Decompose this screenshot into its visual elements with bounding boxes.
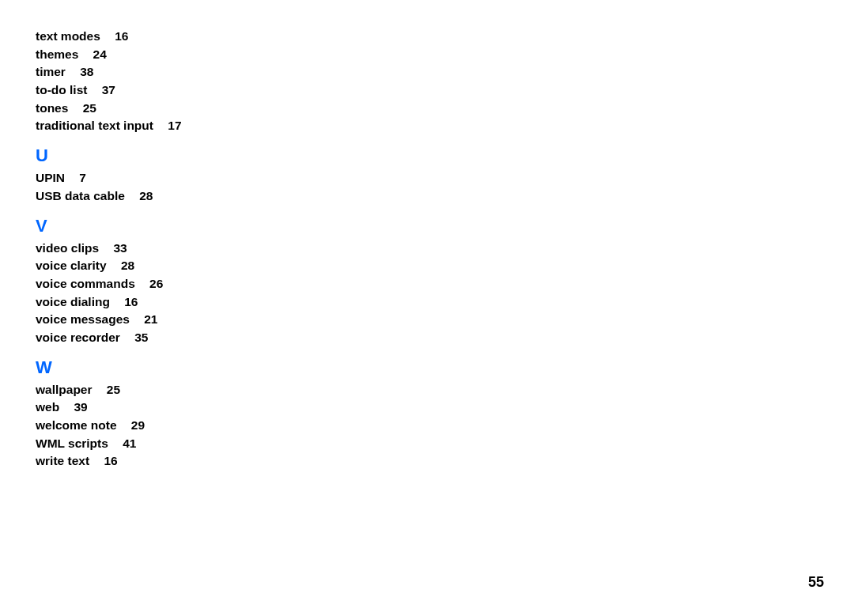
index-page: 25 <box>107 383 120 396</box>
index-entry: voice recorder 35 <box>36 329 352 346</box>
index-page: 41 <box>123 436 136 450</box>
index-page: 16 <box>115 29 128 43</box>
index-content: text modes 16 themes 24 timer 38 to-do l… <box>36 28 352 470</box>
index-entry: tones 25 <box>36 100 352 117</box>
index-page: 39 <box>74 400 87 414</box>
index-entry: voice messages 21 <box>36 311 352 328</box>
index-page: 29 <box>131 418 145 432</box>
index-term: video clips <box>36 241 99 255</box>
index-entry: voice commands 26 <box>36 275 352 293</box>
index-entry: timer 38 <box>36 63 352 81</box>
index-term: voice commands <box>36 277 135 290</box>
index-entry: voice dialing 16 <box>36 293 352 311</box>
index-page: 16 <box>104 454 117 467</box>
index-term: to-do list <box>36 83 87 96</box>
index-term: timer <box>36 65 66 78</box>
index-page: 33 <box>113 241 127 255</box>
index-page: 38 <box>80 65 93 78</box>
index-entry: welcome note 29 <box>36 417 352 434</box>
index-term: WML scripts <box>36 436 108 450</box>
index-term: USB data cable <box>36 189 125 202</box>
section-letter-u: U <box>36 145 352 166</box>
index-page: 28 <box>121 259 134 272</box>
index-page: 24 <box>93 47 107 61</box>
index-term: tones <box>36 101 68 115</box>
index-term: voice recorder <box>36 331 120 344</box>
page-number: 55 <box>808 574 824 591</box>
index-entry: traditional text input 17 <box>36 117 352 134</box>
index-page: 17 <box>168 119 181 132</box>
index-term: welcome note <box>36 418 117 432</box>
index-entry: web 39 <box>36 399 352 416</box>
index-page: 37 <box>102 83 115 96</box>
index-entry: video clips 33 <box>36 240 352 257</box>
index-term: themes <box>36 47 78 61</box>
index-entry: themes 24 <box>36 46 352 63</box>
section-letter-w: W <box>36 357 352 378</box>
index-entry: wallpaper 25 <box>36 381 352 399</box>
index-term: UPIN <box>36 171 65 184</box>
index-entry: USB data cable 28 <box>36 187 352 205</box>
index-entry: to-do list 37 <box>36 81 352 99</box>
index-page: 28 <box>139 189 153 202</box>
index-term: write text <box>36 454 89 467</box>
index-term: web <box>36 400 59 414</box>
index-term: voice messages <box>36 312 130 326</box>
index-term: traditional text input <box>36 119 153 132</box>
index-page: 16 <box>124 295 138 308</box>
section-letter-v: V <box>36 216 352 236</box>
index-term: wallpaper <box>36 383 93 396</box>
index-entry: text modes 16 <box>36 28 352 45</box>
index-page: 21 <box>144 312 157 326</box>
index-term: voice dialing <box>36 295 110 308</box>
index-entry: WML scripts 41 <box>36 435 352 452</box>
index-page: 25 <box>83 101 96 115</box>
index-term: voice clarity <box>36 259 107 272</box>
index-entry: UPIN 7 <box>36 169 352 187</box>
index-entry: voice clarity 28 <box>36 257 352 274</box>
index-page: 26 <box>149 277 163 290</box>
index-entry: write text 16 <box>36 452 352 470</box>
index-page: 7 <box>79 171 86 184</box>
index-term: text modes <box>36 29 100 43</box>
index-page: 35 <box>134 331 148 344</box>
